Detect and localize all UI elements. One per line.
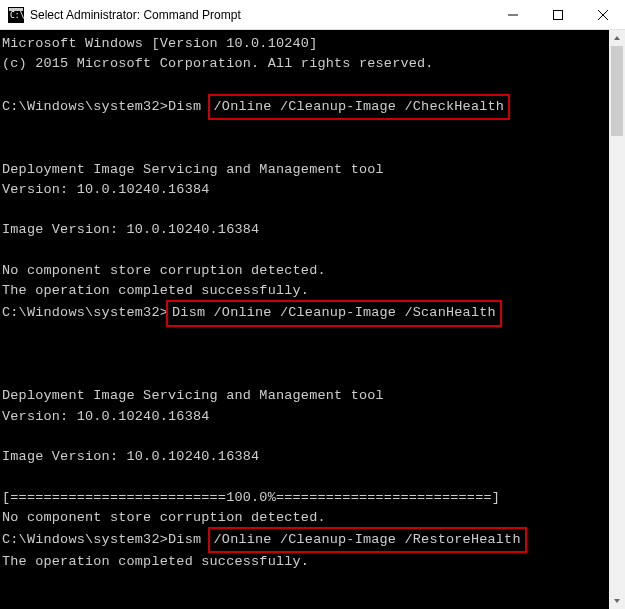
highlighted-command: /Online /Cleanup-Image /RestoreHealth bbox=[208, 527, 527, 553]
window-title: Select Administrator: Command Prompt bbox=[30, 8, 490, 22]
scrollbar-thumb[interactable] bbox=[611, 46, 623, 136]
terminal-line bbox=[2, 467, 623, 487]
terminal-line: Image Version: 10.0.10240.16384 bbox=[2, 447, 623, 467]
window-controls bbox=[490, 0, 625, 29]
terminal-line: Image Version: 10.0.10240.16384 bbox=[2, 220, 623, 240]
vertical-scrollbar[interactable] bbox=[609, 30, 625, 609]
terminal-line bbox=[2, 200, 623, 220]
terminal-line: Deployment Image Servicing and Managemen… bbox=[2, 386, 623, 406]
terminal-line: The operation completed successfully. bbox=[2, 281, 623, 301]
terminal-line: (c) 2015 Microsoft Corporation. All righ… bbox=[2, 54, 623, 74]
terminal-command-line: C:\Windows\system32>Dism /Online /Cleanu… bbox=[2, 95, 623, 119]
maximize-button[interactable] bbox=[535, 0, 580, 29]
terminal-output[interactable]: Microsoft Windows [Version 10.0.10240](c… bbox=[0, 30, 625, 609]
terminal-line bbox=[2, 427, 623, 447]
terminal-line: Microsoft Windows [Version 10.0.10240] bbox=[2, 34, 623, 54]
terminal-line: Version: 10.0.10240.16384 bbox=[2, 180, 623, 200]
prompt: C:\Windows\system32> bbox=[2, 99, 168, 114]
terminal-line bbox=[2, 366, 623, 386]
terminal-line: Version: 10.0.10240.16384 bbox=[2, 407, 623, 427]
highlighted-command: /Online /Cleanup-Image /CheckHealth bbox=[208, 94, 511, 120]
terminal-line bbox=[2, 75, 623, 95]
svg-marker-8 bbox=[614, 599, 620, 603]
scroll-up-arrow[interactable] bbox=[609, 30, 625, 46]
terminal-line bbox=[2, 573, 623, 593]
prompt: C:\Windows\system32> bbox=[2, 305, 168, 320]
terminal-line: No component store corruption detected. bbox=[2, 508, 623, 528]
svg-text:C:\: C:\ bbox=[10, 11, 24, 20]
scroll-down-arrow[interactable] bbox=[609, 593, 625, 609]
prompt: C:\Windows\system32> bbox=[2, 532, 168, 547]
terminal-line: The operation completed successfully. bbox=[2, 552, 623, 572]
terminal-command-line: C:\Windows\system32>Dism /Online /Cleanu… bbox=[2, 301, 623, 325]
terminal-line bbox=[2, 593, 623, 609]
svg-rect-4 bbox=[553, 10, 562, 19]
cmd-icon: C:\ bbox=[8, 7, 24, 23]
minimize-button[interactable] bbox=[490, 0, 535, 29]
terminal-line: No component store corruption detected. bbox=[2, 261, 623, 281]
terminal-line bbox=[2, 346, 623, 366]
terminal-line bbox=[2, 119, 623, 139]
terminal-line bbox=[2, 241, 623, 261]
terminal-line bbox=[2, 326, 623, 346]
terminal-line bbox=[2, 139, 623, 159]
terminal-line: [==========================100.0%=======… bbox=[2, 488, 623, 508]
window-titlebar: C:\ Select Administrator: Command Prompt bbox=[0, 0, 625, 30]
svg-marker-7 bbox=[614, 36, 620, 40]
terminal-command-line: C:\Windows\system32>Dism /Online /Cleanu… bbox=[2, 528, 623, 552]
close-button[interactable] bbox=[580, 0, 625, 29]
highlighted-command: Dism /Online /Cleanup-Image /ScanHealth bbox=[166, 300, 502, 326]
terminal-line: Deployment Image Servicing and Managemen… bbox=[2, 160, 623, 180]
